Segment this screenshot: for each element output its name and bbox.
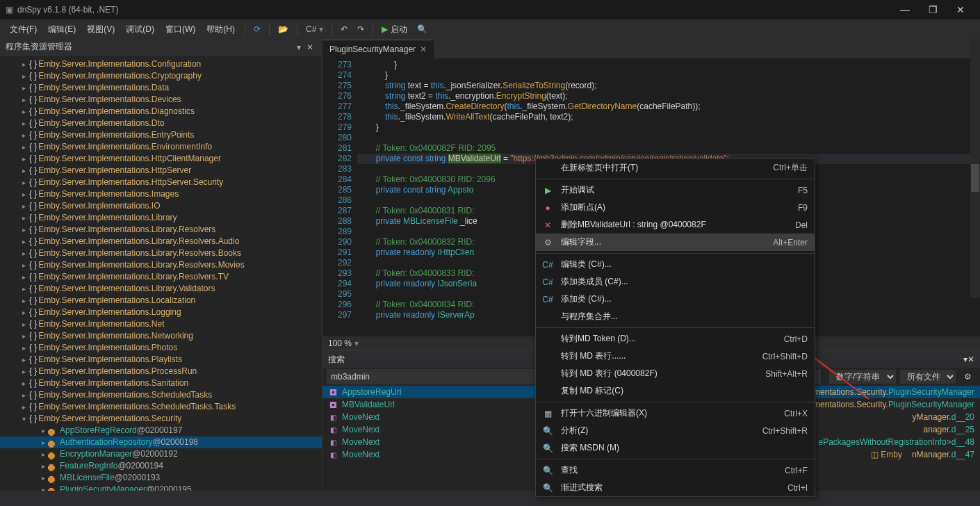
menu-item[interactable]: 帮助(H) [201,21,240,38]
tab-plugin-security-manager[interactable]: PluginSecurityManager ✕ [322,40,434,58]
tree-namespace[interactable]: ▸{ } Emby.Server.Implementations.Data [0,82,322,94]
context-menu-item[interactable]: 转到 MD 表行......Ctrl+Shift+D [536,348,815,365]
tree-namespace[interactable]: ▸{ } Emby.Server.Implementations.Dto [0,117,322,129]
tree-namespace[interactable]: ▸{ } Emby.Server.Implementations.Cryptog… [0,70,322,82]
context-menu-item[interactable]: 转到MD Token (D)...Ctrl+D [536,330,815,348]
tree-namespace[interactable]: ▸{ } Emby.Server.Implementations.IO [0,200,322,212]
menu-item[interactable]: 视图(V) [81,21,120,38]
minimize-button[interactable]: — [891,4,919,15]
context-menu-item[interactable]: C#编辑类 (C#)... [536,256,815,273]
tree-namespace[interactable]: ▸{ } Emby.Server.Implementations.HttpCli… [0,153,322,165]
tree-namespace[interactable]: ▸{ } Emby.Server.Implementations.Configu… [0,58,322,70]
context-menu-item[interactable]: 🔍分析(Z)Ctrl+Shift+R [536,422,815,439]
tree-namespace[interactable]: ▸{ } Emby.Server.Implementations.Schedul… [0,401,322,413]
menu-item[interactable]: 窗口(W) [160,21,201,38]
maximize-button[interactable]: ❐ [919,4,947,15]
context-menu[interactable]: 在新标签页中打开(T)Ctrl+单击▶开始调试F5●添加断点(A)F9✕删除MB… [535,158,815,497]
close-icon[interactable]: ✕ [967,354,974,364]
tree-namespace[interactable]: ▸{ } Emby.Server.Implementations.Network… [0,330,322,342]
tree-namespace[interactable]: ▸{ } Emby.Server.Implementations.Logging [0,307,322,318]
menu-item[interactable]: 编辑(E) [42,21,81,38]
settings-icon[interactable]: ⚙ [960,369,976,384]
search-icon[interactable]: 🔍 [413,22,432,37]
tree-namespace[interactable]: ▸{ } Emby.Server.Implementations.Process… [0,366,322,377]
context-menu-item[interactable]: ●添加断点(A)F9 [536,199,815,216]
context-menu-item[interactable]: ▦打开十六进制编辑器(X)Ctrl+X [536,405,815,422]
context-menu-item[interactable]: ▶开始调试F5 [536,181,815,199]
tree-namespace[interactable]: ▸{ } Emby.Server.Implementations.Library… [0,259,322,271]
tree-namespace[interactable]: ▸{ } Emby.Server.Implementations.Environ… [0,141,322,153]
title-bar: ▣ dnSpy v6.1.8 (64-bit, .NET) — ❐ ✕ [0,0,980,19]
tree-class[interactable]: ▸🞧PluginSecurityManager @02000195 [0,484,322,491]
context-menu-item[interactable]: 复制 MD 标记(C) [536,382,815,400]
app-icon: ▣ [6,5,13,15]
context-menu-item[interactable]: ✕删除MBValidateUrl : string @0400082FDel [536,216,815,234]
menu-item[interactable]: 文件(F) [4,21,42,38]
context-menu-item[interactable]: 与程序集合并... [536,308,815,325]
window-title: dnSpy v6.1.8 (64-bit, .NET) [17,5,118,15]
context-menu-item[interactable]: 🔍查找Ctrl+F [536,462,815,479]
language-dropdown[interactable]: C# ▾ [302,22,327,37]
context-menu-item[interactable]: ⚙编辑字段...Alt+Enter [536,234,815,251]
undo-icon[interactable]: ↶ [336,22,352,37]
tree-namespace[interactable]: ▾{ } Emby.Server.Implementations.Securit… [0,413,322,425]
context-menu-item[interactable]: 🔍渐进式搜索Ctrl+I [536,479,815,496]
tree-namespace[interactable]: ▸{ } Emby.Server.Implementations.Playlis… [0,354,322,366]
status-bar [0,491,980,506]
close-icon[interactable]: ✕ [304,42,316,52]
redo-icon[interactable]: ↷ [353,22,368,37]
tree-namespace[interactable]: ▸{ } Emby.Server.Implementations.Sanitat… [0,377,322,389]
refresh-icon[interactable]: ⟳ [250,22,265,37]
menu-item[interactable]: 调试(D) [120,21,160,38]
tree-namespace[interactable]: ▸{ } Emby.Server.Implementations.HttpSer… [0,177,322,188]
tree-class[interactable]: ▸🞧FeatureRegInfo @02000194 [0,460,322,472]
tree-namespace[interactable]: ▸{ } Emby.Server.Implementations.Library… [0,271,322,283]
close-button[interactable]: ✕ [947,4,974,15]
context-menu-item[interactable]: 在新标签页中打开(T)Ctrl+单击 [536,159,815,177]
zoom-level[interactable]: 100 % [328,338,352,348]
tree-namespace[interactable]: ▸{ } Emby.Server.Implementations.EntryPo… [0,129,322,141]
tree-namespace[interactable]: ▸{ } Emby.Server.Implementations.Devices [0,94,322,106]
tree-class[interactable]: ▸🞧EncryptionManager @02000192 [0,448,322,460]
tree-class[interactable]: ▸🞧AuthenticationRepository @02000198 [0,436,322,448]
tree-namespace[interactable]: ▸{ } Emby.Server.Implementations.Diagnos… [0,106,322,117]
folder-open-icon[interactable]: 📂 [274,22,293,37]
tree-namespace[interactable]: ▸{ } Emby.Server.Implementations.Library… [0,224,322,236]
context-menu-item[interactable]: C#添加类 (C#)... [536,291,815,308]
tree-namespace[interactable]: ▸{ } Emby.Server.Implementations.Library [0,212,322,224]
tree-view[interactable]: ▸{ } Emby.Server.Implementations.Configu… [0,56,322,491]
tree-class[interactable]: ▸🞧MBLicenseFile @02000193 [0,472,322,484]
tree-namespace[interactable]: ▸{ } Emby.Server.Implementations.Photos [0,342,322,354]
panel-title: 程序集资源管理器 [6,41,72,53]
run-button[interactable]: ▶ 启动 [377,21,411,38]
editor-tabs: PluginSecurityManager ✕ [322,39,980,58]
tree-namespace[interactable]: ▸{ } Emby.Server.Implementations.Localiz… [0,295,322,307]
tree-namespace[interactable]: ▸{ } Emby.Server.Implementations.Schedul… [0,389,322,401]
close-icon[interactable]: ✕ [420,44,427,54]
context-menu-item[interactable]: 🔍搜索 MSDN (M) [536,439,815,457]
pin-icon[interactable]: ▾ [294,42,304,52]
tree-namespace[interactable]: ▸{ } Emby.Server.Implementations.HttpSer… [0,165,322,177]
tree-namespace[interactable]: ▸{ } Emby.Server.Implementations.Library… [0,236,322,247]
tree-namespace[interactable]: ▸{ } Emby.Server.Implementations.Images [0,188,322,200]
assembly-explorer: 程序集资源管理器 ▾ ✕ ▸{ } Emby.Server.Implementa… [0,39,322,491]
editor-scrollbar[interactable] [970,39,980,297]
filter-files[interactable]: 所有文件 [900,370,956,384]
context-menu-item[interactable]: C#添加类成员 (C#)... [536,273,815,291]
filter-type[interactable]: 数字/字符串 [829,370,896,384]
tree-class[interactable]: ▸🞧AppStoreRegRecord @02000197 [0,425,322,436]
tree-namespace[interactable]: ▸{ } Emby.Server.Implementations.Library… [0,247,322,259]
tree-namespace[interactable]: ▸{ } Emby.Server.Implementations.Net [0,318,322,330]
search-title: 搜索 [328,354,345,366]
context-menu-item[interactable]: 转到 MD 表行 (0400082F)Shift+Alt+R [536,365,815,382]
tree-namespace[interactable]: ▸{ } Emby.Server.Implementations.Library… [0,283,322,295]
menu-bar: 文件(F)编辑(E)视图(V)调试(D)窗口(W)帮助(H) ⟳ 📂 C# ▾ … [0,19,980,39]
